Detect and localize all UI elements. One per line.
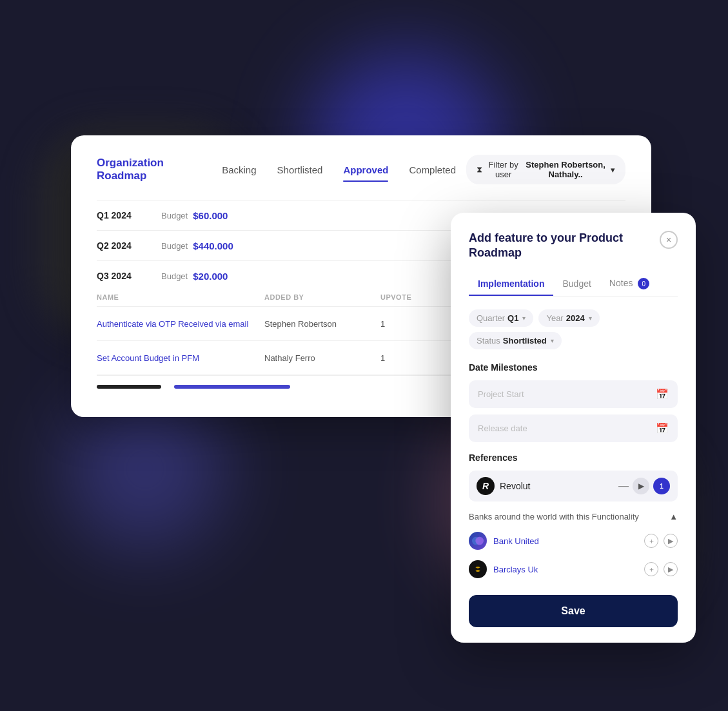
modal-tab-implementation[interactable]: Implementation [469, 275, 553, 295]
filter-icon: ⧗ [477, 164, 482, 175]
calendar-icon-2: 📅 [656, 422, 669, 434]
q3-budget-value: $20.000 [193, 271, 228, 282]
banks-section: Banks around the world with this Functio… [469, 507, 678, 583]
barclays-play-btn[interactable]: ▶ [664, 562, 678, 576]
row1-added: Stephen Robertson [264, 319, 380, 329]
svg-point-2 [473, 565, 482, 574]
references-title: References [469, 453, 678, 463]
dropdowns-row: Quarter Q1 ▾ Year 2024 ▾ Status Shortlis… [469, 309, 678, 349]
filter-by-user-button[interactable]: ⧗ Filter by user Stephen Robertson, Nath… [466, 155, 625, 184]
tab-shortlisted[interactable]: Shortlisted [267, 162, 333, 178]
project-start-placeholder: Project Start [478, 389, 524, 399]
th-added: ADDED BY [264, 293, 380, 301]
date-milestones-title: Date Milestones [469, 362, 678, 373]
save-button[interactable]: Save [469, 595, 678, 627]
revolut-name: Revolut [500, 481, 613, 491]
banks-header-text: Banks around the world with this Functio… [469, 512, 639, 521]
row2-added: Nathaly Ferro [264, 353, 380, 363]
status-dropdown[interactable]: Status Shortlisted ▾ [469, 332, 562, 349]
progress-bar-blue [174, 385, 290, 389]
bank-united-name: Bank United [493, 536, 638, 546]
modal: Add feature to your Product Roadmap × Im… [451, 213, 696, 643]
project-start-input[interactable]: Project Start 📅 [469, 380, 678, 408]
org-roadmap-title: Organization Roadmap [97, 157, 186, 182]
references-section: References R Revolut — ▶ 1 Banks around … [469, 453, 678, 583]
bank-united-add-btn[interactable]: ＋ [644, 534, 658, 548]
q3-budget-label: Budget [161, 271, 188, 281]
main-nav: Organization Roadmap Backing Shortlisted… [97, 155, 625, 184]
date-milestones-section: Date Milestones Project Start 📅 Release … [469, 362, 678, 442]
barclays-item: Barclays Uk ＋ ▶ [469, 555, 678, 583]
revolut-minus[interactable]: — [618, 480, 629, 492]
bank-united-avatar [469, 532, 487, 550]
progress-bar-dark [97, 385, 161, 389]
release-date-placeholder: Release date [478, 424, 527, 433]
modal-tabs: Implementation Budget Notes 0 [469, 274, 678, 297]
notes-badge: 0 [638, 278, 649, 289]
bank-united-actions: ＋ ▶ [644, 534, 678, 548]
barclays-actions: ＋ ▶ [644, 562, 678, 576]
barclays-name: Barclays Uk [493, 565, 638, 574]
row1-name: Authenticate via OTP Received via email [97, 319, 264, 329]
tab-completed[interactable]: Completed [398, 162, 466, 178]
q3-label: Q3 2024 [97, 271, 161, 281]
barclays-avatar [469, 560, 487, 578]
banks-header[interactable]: Banks around the world with this Functio… [469, 507, 678, 527]
filter-chevron: ▾ [611, 165, 615, 175]
modal-tab-budget[interactable]: Budget [553, 275, 600, 295]
modal-tab-notes[interactable]: Notes 0 [600, 274, 658, 297]
revolut-actions: — ▶ 1 [618, 478, 670, 494]
modal-title: Add feature to your Product Roadmap [469, 231, 649, 261]
row2-name: Set Account Budget in PFM [97, 353, 264, 363]
filter-value: Stephen Robertson, Nathaly.. [524, 160, 607, 179]
bank-united-item: Bank United ＋ ▶ [469, 527, 678, 555]
year-dropdown[interactable]: Year 2024 ▾ [538, 309, 599, 327]
q2-budget-label: Budget [161, 241, 188, 251]
banks-collapse-icon: ▲ [669, 512, 678, 521]
q1-budget-value: $60.000 [193, 210, 228, 221]
calendar-icon: 📅 [656, 388, 669, 400]
revolut-reference-item: R Revolut — ▶ 1 [469, 471, 678, 502]
th-name: NAME [97, 293, 264, 301]
filter-label: Filter by user [486, 160, 520, 179]
quarter-dropdown[interactable]: Quarter Q1 ▾ [469, 309, 533, 327]
scene: Organization Roadmap Backing Shortlisted… [0, 0, 728, 711]
svg-point-1 [475, 537, 484, 545]
q1-label: Q1 2024 [97, 210, 161, 220]
tab-backing[interactable]: Backing [212, 162, 266, 178]
q2-label: Q2 2024 [97, 240, 161, 251]
q1-budget-label: Budget [161, 211, 188, 220]
revolut-play-btn[interactable]: ▶ [633, 478, 649, 494]
modal-header: Add feature to your Product Roadmap × [469, 231, 678, 261]
revolut-badge-btn[interactable]: 1 [653, 478, 670, 494]
bank-united-play-btn[interactable]: ▶ [664, 534, 678, 548]
tab-approved[interactable]: Approved [333, 162, 398, 178]
barclays-add-btn[interactable]: ＋ [644, 562, 658, 576]
q2-budget-value: $440.000 [193, 240, 233, 251]
revolut-logo: R [477, 477, 495, 495]
release-date-input[interactable]: Release date 📅 [469, 414, 678, 442]
modal-close-button[interactable]: × [660, 231, 678, 249]
